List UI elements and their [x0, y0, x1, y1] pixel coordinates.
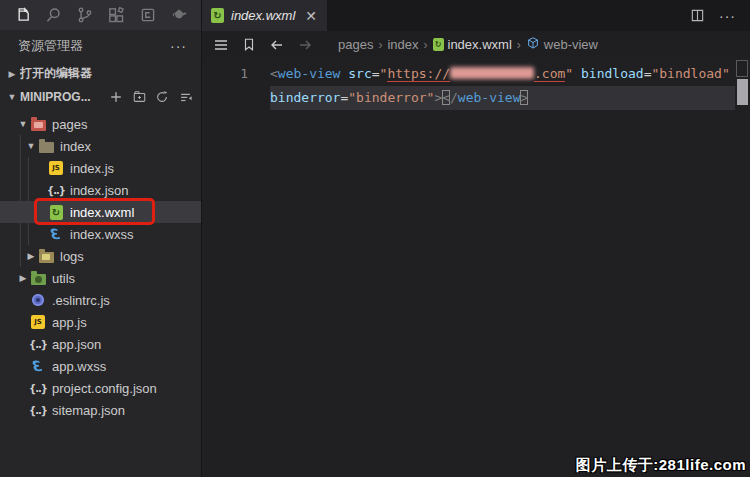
new-file-icon[interactable] [108, 89, 124, 105]
new-folder-icon[interactable] [131, 89, 147, 105]
wxml-file-icon: ↻ [211, 8, 224, 23]
tree-item-app-json[interactable]: {..}app.json [0, 333, 201, 355]
line-number: 1 [202, 62, 248, 86]
json-file-icon: {..} [30, 336, 46, 352]
json-file-icon: {..} [48, 182, 64, 198]
outline-list-icon[interactable] [212, 36, 230, 54]
section-open-editors[interactable]: ▶ 打开的编辑器 [0, 62, 201, 85]
code-token: " [565, 66, 573, 81]
code-token: = [372, 66, 380, 81]
code-line-content: binderror="binderror"></web-view> [270, 86, 735, 110]
project-label: MINIPROG... [20, 90, 108, 104]
code-token: > [520, 90, 528, 105]
section-project[interactable]: ▼ MINIPROG... [0, 85, 201, 108]
collapse-all-icon[interactable] [177, 89, 193, 105]
search-icon[interactable] [41, 3, 65, 27]
tree-item-label: index.wxml [70, 205, 134, 220]
tree-item-index-js[interactable]: JSindex.js [0, 157, 201, 179]
breadcrumb: pages›index›↻index.wxml›web-view [338, 36, 598, 53]
tree-item-label: index.json [70, 183, 129, 198]
breadcrumb-item-pages[interactable]: pages [338, 37, 373, 52]
arrow-left-icon[interactable] [268, 36, 286, 54]
extensions-icon[interactable] [104, 3, 128, 27]
tree-item-app-js[interactable]: JSapp.js [0, 311, 201, 333]
tree-item-index-wxss[interactable]: 3index.wxss [0, 223, 201, 245]
tree-item-pages[interactable]: ▼pages [0, 113, 201, 135]
refresh-icon[interactable] [154, 89, 170, 105]
wxss-file-icon: 3 [48, 226, 64, 242]
source-control-icon[interactable] [73, 3, 97, 27]
arrow-right-icon[interactable] [296, 36, 314, 54]
more-actions-icon[interactable]: ··· [719, 8, 736, 24]
tree-item-index[interactable]: ▼index [0, 135, 201, 157]
tree-item-label: logs [60, 249, 84, 264]
code-token [573, 66, 581, 81]
folder-icon [30, 270, 46, 286]
code-token: src [348, 66, 371, 81]
tree-item-index-wxml[interactable]: ↻index.wxml [0, 201, 201, 223]
code-token: "binderror" [348, 90, 434, 105]
teapot-icon[interactable] [167, 3, 191, 27]
json-file-icon: {..} [30, 402, 46, 418]
ellipsis-icon[interactable]: ··· [170, 38, 187, 54]
code-editor[interactable]: 1<web-view src="https://.com" bindload="… [202, 58, 750, 477]
tree-item-label: app.wxss [52, 359, 106, 374]
json-file-icon: {..} [30, 380, 46, 396]
split-editor-icon[interactable] [690, 8, 705, 23]
breadcrumb-separator-icon: › [378, 38, 382, 52]
js-file-icon: JS [30, 314, 46, 330]
chevron-right-icon: ▶ [4, 69, 20, 79]
tree-item-label: index.js [70, 161, 114, 176]
tree-item-project-config-json[interactable]: {..}project.config.json [0, 377, 201, 399]
code-token: bindload [581, 66, 644, 81]
files-icon[interactable] [10, 3, 34, 27]
activity-bar [0, 0, 201, 30]
tree-item-label: app.js [52, 315, 87, 330]
wxml-file-icon: ↻ [48, 204, 64, 220]
folder-icon [38, 248, 54, 264]
tree-item-utils[interactable]: ▶utils [0, 267, 201, 289]
tree-item-label: utils [52, 271, 75, 286]
code-line: 1<web-view src="https://.com" bindload="… [202, 62, 750, 86]
overview-ruler-marker [736, 60, 748, 77]
tree-item--eslintrc-js[interactable]: .eslintrc.js [0, 289, 201, 311]
tree-item-logs[interactable]: ▶logs [0, 245, 201, 267]
scrollbar-thumb[interactable] [737, 79, 748, 105]
tree-item-index-json[interactable]: {..}index.json [0, 179, 201, 201]
code-line: binderror="binderror"></web-view> [202, 86, 750, 110]
sidebar: 资源管理器 ··· ▶ 打开的编辑器 ▼ MINIPROG... ▼pages▼… [0, 0, 202, 477]
symbol-cube-icon [526, 36, 540, 53]
explorer-header: 资源管理器 ··· [0, 30, 201, 62]
tree-item-app-wxss[interactable]: 3app.wxss [0, 355, 201, 377]
code-token: < [442, 90, 450, 105]
breadcrumb-item-web-view[interactable]: web-view [526, 36, 598, 53]
code-line-content: <web-view src="https://.com" bindload="b… [270, 62, 735, 86]
tree-item-label: pages [52, 117, 87, 132]
close-icon[interactable]: ✕ [305, 9, 317, 23]
folder-icon [38, 138, 54, 154]
code-token: https:// [387, 66, 450, 82]
tab-bar: ↻ index.wxml ✕ ··· [202, 0, 750, 31]
line-number [202, 86, 248, 110]
folder-icon [30, 116, 46, 132]
file-tree: ▼pages▼indexJSindex.js{..}index.json↻ind… [0, 108, 201, 477]
tree-item-sitemap-json[interactable]: {..}sitemap.json [0, 399, 201, 421]
app-window: 资源管理器 ··· ▶ 打开的编辑器 ▼ MINIPROG... ▼pages▼… [0, 0, 750, 477]
js-file-icon: JS [48, 160, 64, 176]
tab-index-wxml[interactable]: ↻ index.wxml ✕ [202, 0, 327, 31]
tree-item-label: .eslintrc.js [52, 293, 110, 308]
code-token: .com [534, 66, 565, 82]
breadcrumb-label: index [387, 37, 418, 52]
window-icon[interactable] [136, 3, 160, 27]
breadcrumb-item-index[interactable]: index [387, 37, 418, 52]
code-token: / [450, 90, 458, 105]
breadcrumb-item-index-wxml[interactable]: ↻index.wxml [433, 37, 512, 52]
open-editors-label: 打开的编辑器 [20, 65, 193, 82]
tree-item-label: app.json [52, 337, 101, 352]
breadcrumb-label: index.wxml [448, 37, 512, 52]
code-token: < [270, 66, 278, 81]
bookmark-icon[interactable] [240, 36, 258, 54]
tab-actions: ··· [690, 0, 750, 31]
chevron-down-icon: ▼ [16, 119, 30, 129]
breadcrumb-label: web-view [544, 37, 598, 52]
